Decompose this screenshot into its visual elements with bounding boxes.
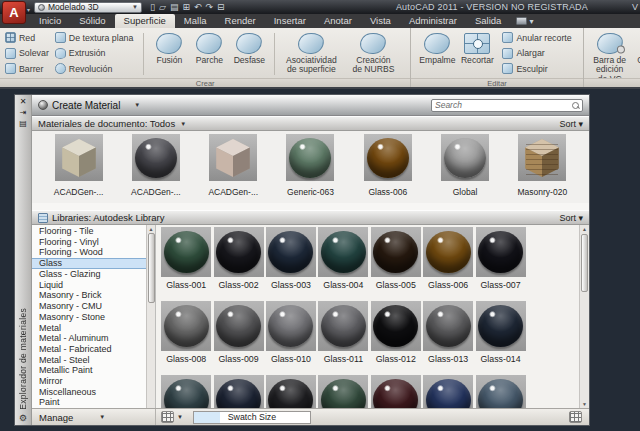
material-swatch[interactable]: ACADGen-... bbox=[201, 134, 265, 197]
panel-title-vertices-de-control[interactable]: Vértices de control bbox=[584, 78, 640, 87]
ribbon-minimize-button[interactable]: ▾ bbox=[516, 14, 533, 28]
ribbon-button[interactable]: Extrusión bbox=[55, 47, 134, 60]
material-swatch[interactable]: ACADGen-... bbox=[124, 134, 188, 197]
new-file-icon[interactable]: ▯ bbox=[150, 1, 155, 13]
ribbon-tab[interactable]: Insertar bbox=[265, 14, 315, 28]
panel-title-crear[interactable]: Crear bbox=[0, 78, 410, 87]
material-swatch[interactable]: Generic-063 bbox=[278, 134, 342, 197]
search-input[interactable] bbox=[435, 100, 572, 110]
ribbon-button[interactable]: Desfase bbox=[231, 31, 267, 65]
print-icon[interactable]: ⊟ bbox=[217, 1, 225, 13]
material-swatch[interactable]: Masonry-020 bbox=[510, 134, 574, 197]
ribbon-button[interactable]: Parche bbox=[191, 31, 227, 65]
scrollbar-thumb[interactable] bbox=[148, 233, 155, 303]
category-item[interactable]: Metal - Steel bbox=[32, 355, 146, 366]
category-item[interactable]: Masonry - Stone bbox=[32, 312, 146, 323]
material-swatch[interactable]: Glass-003 bbox=[265, 227, 317, 290]
material-swatch[interactable]: Glass-007 bbox=[474, 227, 526, 290]
ribbon-button[interactable]: Empalme bbox=[419, 31, 455, 65]
panel-title-editar[interactable]: Editar bbox=[411, 78, 582, 87]
ribbon-button[interactable]: Fusión bbox=[151, 31, 187, 65]
category-item[interactable]: Flooring - Tile bbox=[32, 226, 146, 237]
material-swatch[interactable] bbox=[422, 375, 474, 408]
ribbon-tab[interactable]: Anotar bbox=[315, 14, 361, 28]
category-item[interactable]: Paint bbox=[32, 397, 146, 408]
palette-properties-icon[interactable]: ▤ bbox=[19, 119, 27, 130]
ribbon-button[interactable]: Barrer bbox=[5, 62, 49, 75]
material-swatch[interactable]: Global bbox=[433, 134, 497, 197]
material-swatch[interactable]: Glass-006 bbox=[422, 227, 474, 290]
redo-icon[interactable]: ↷ bbox=[205, 1, 213, 13]
category-item[interactable]: Flooring - Wood bbox=[32, 247, 146, 258]
ribbon-tab[interactable]: Sólido bbox=[70, 14, 114, 28]
material-swatch[interactable] bbox=[317, 375, 369, 408]
workspace-switcher[interactable]: Modelado 3D ▼ bbox=[34, 2, 142, 13]
save-icon[interactable]: ▤ bbox=[170, 1, 179, 13]
ribbon-button[interactable]: Revolución bbox=[55, 62, 134, 75]
libraries-label[interactable]: Libraries: Autodesk Library bbox=[52, 212, 164, 223]
material-swatch[interactable]: Glass-004 bbox=[317, 227, 369, 290]
material-swatch[interactable] bbox=[370, 375, 422, 408]
ribbon-button[interactable]: Solevar bbox=[5, 47, 49, 60]
material-swatch[interactable]: Glass-016 bbox=[212, 375, 264, 408]
category-item[interactable]: Liquid bbox=[32, 280, 146, 291]
ribbon-tab[interactable]: Render bbox=[216, 14, 265, 28]
category-item[interactable]: Glass - Glazing bbox=[32, 269, 146, 280]
category-item[interactable]: Masonry - Brick bbox=[32, 290, 146, 301]
material-swatch[interactable]: Glass-013 bbox=[422, 301, 474, 364]
material-swatch[interactable] bbox=[474, 375, 526, 408]
ribbon-tab[interactable]: Salida bbox=[466, 14, 510, 28]
material-swatch[interactable]: Glass-010 bbox=[265, 301, 317, 364]
swatch-view-icon[interactable] bbox=[161, 411, 174, 423]
ribbon-button[interactable]: Asociatividad de superficie bbox=[282, 31, 340, 75]
ribbon-tab[interactable]: Malla bbox=[175, 14, 216, 28]
ribbon-tab[interactable]: Administrar bbox=[400, 14, 466, 28]
material-swatch[interactable]: Glass-011 bbox=[317, 301, 369, 364]
search-box[interactable] bbox=[431, 99, 583, 112]
auto-hide-icon[interactable]: ⇥ bbox=[20, 108, 27, 119]
ribbon-tab[interactable]: Inicio bbox=[30, 14, 70, 28]
ribbon-button[interactable]: Alargar bbox=[502, 47, 571, 60]
material-swatch[interactable]: Glass-005 bbox=[370, 227, 422, 290]
ribbon-button[interactable]: Barra de edición de VC bbox=[592, 31, 628, 84]
category-item[interactable]: Masonry - CMU bbox=[32, 301, 146, 312]
ribbon-button[interactable]: Anular recorte bbox=[502, 31, 571, 44]
swatch-size-slider[interactable]: Swatch Size bbox=[193, 411, 311, 424]
ribbon-tab[interactable]: Superficie bbox=[115, 14, 175, 28]
scroll-up-icon[interactable]: ▲ bbox=[149, 225, 154, 233]
gear-icon[interactable]: ⚙ bbox=[19, 413, 27, 423]
sort-button[interactable]: Sort ▾ bbox=[559, 213, 583, 223]
material-swatch[interactable]: Glass-008 bbox=[160, 301, 212, 364]
category-item[interactable]: Metal - Aluminum bbox=[32, 333, 146, 344]
create-material-button[interactable]: Create Material ▼ bbox=[38, 100, 140, 111]
material-swatch[interactable]: Glass-001 bbox=[160, 227, 212, 290]
chevron-down-icon[interactable]: ▼ bbox=[177, 414, 183, 420]
material-swatch[interactable]: Glass-009 bbox=[212, 301, 264, 364]
ribbon-button[interactable]: Red bbox=[5, 31, 49, 44]
scroll-down-icon[interactable]: ▼ bbox=[582, 400, 587, 408]
ribbon-button[interactable]: Recortar bbox=[459, 31, 495, 65]
material-swatch[interactable]: Glass-014 bbox=[474, 301, 526, 364]
material-swatch[interactable]: Glass-002 bbox=[212, 227, 264, 290]
close-icon[interactable]: ✕ bbox=[20, 97, 27, 108]
material-swatch[interactable]: ACADGen-... bbox=[47, 134, 111, 197]
grid-view-icon[interactable] bbox=[569, 411, 582, 423]
category-item[interactable]: Glass bbox=[32, 258, 146, 269]
material-swatch[interactable]: Glass-015 bbox=[160, 375, 212, 408]
material-swatch[interactable]: Glass-006 bbox=[356, 134, 420, 197]
open-file-icon[interactable]: ▱ bbox=[159, 1, 166, 13]
ribbon-tab[interactable]: Vista bbox=[361, 14, 400, 28]
autocad-logo[interactable]: A bbox=[2, 1, 26, 24]
sort-button[interactable]: Sort ▾ bbox=[559, 119, 583, 129]
grid-scrollbar[interactable]: ▲ ▼ bbox=[579, 225, 589, 408]
category-item[interactable]: Metal bbox=[32, 323, 146, 334]
chevron-down-icon[interactable]: ▼ bbox=[180, 121, 186, 127]
category-item[interactable]: Metal - Fabricated bbox=[32, 344, 146, 355]
category-item[interactable]: Miscellaneous bbox=[32, 387, 146, 398]
ribbon-button[interactable]: De textura plana bbox=[55, 31, 134, 44]
undo-icon[interactable]: ↶ bbox=[194, 1, 202, 13]
plot-icon[interactable]: ⊞ bbox=[182, 1, 190, 13]
category-item[interactable]: Flooring - Vinyl bbox=[32, 237, 146, 248]
category-item[interactable]: Mirror bbox=[32, 376, 146, 387]
ribbon-button[interactable]: Convertir en NURBS bbox=[632, 31, 640, 75]
